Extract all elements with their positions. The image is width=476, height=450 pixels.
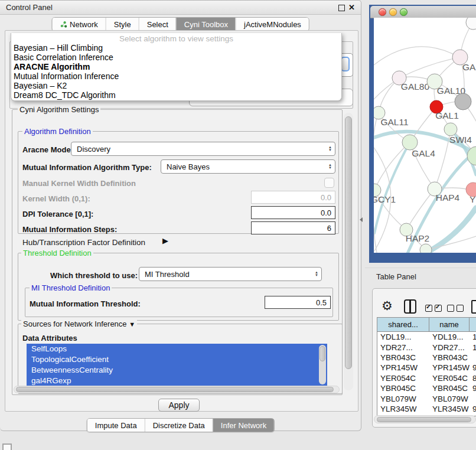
zoom-traffic-light-icon[interactable]: [400, 8, 407, 16]
expand-arrow-icon[interactable]: ▶: [162, 236, 168, 245]
tab-label: Network: [70, 20, 98, 29]
network-edge[interactable]: [425, 208, 476, 253]
tab-label: jActiveMNodules: [244, 20, 301, 29]
network-edge[interactable]: [374, 47, 455, 65]
mi-algorithm-type-select[interactable]: Naive Bayes ▲▼: [161, 159, 335, 174]
network-canvas[interactable]: GALGAL80GAL10GAL1GAL11SWI4GAL4HAP4YGCY1H…: [374, 18, 476, 253]
cell: YDR27...: [377, 343, 429, 352]
table-row[interactable]: YLR345WYLR345W9.: [377, 404, 476, 414]
attribute-item[interactable]: gal4RGexp: [27, 376, 327, 386]
divider-collapse-icon[interactable]: [360, 217, 363, 222]
cell: YLR345W: [429, 405, 470, 413]
network-edge[interactable]: [399, 57, 460, 78]
table-horizontal-scrollbar[interactable]: [374, 415, 476, 423]
scrollbar-thumb[interactable]: [319, 346, 325, 361]
scrollbar-thumb[interactable]: [345, 116, 352, 369]
cell: YDL19...: [377, 332, 429, 341]
kernel-width-field[interactable]: 0.0: [251, 191, 335, 204]
close-traffic-light-icon[interactable]: [379, 8, 386, 16]
algorithm-option[interactable]: Bayesian – Hill Climbing: [11, 43, 341, 53]
tab-jactivemnodules[interactable]: jActiveMNodules: [236, 18, 309, 31]
algorithm-option[interactable]: ARACNE Algorithm: [11, 62, 341, 71]
bottom-tab-infer-network[interactable]: Infer Network: [213, 419, 274, 432]
network-node-gray-node[interactable]: [455, 93, 471, 110]
network-node-label: HAP2: [406, 233, 430, 243]
close-icon[interactable]: ✕: [348, 4, 355, 11]
cell: 9.: [470, 363, 476, 372]
mi-type-label: Mutual Information Algorithm Type:: [22, 163, 152, 172]
apply-button[interactable]: Apply: [158, 399, 200, 412]
table-row[interactable]: YBR043CYBR043C: [377, 353, 476, 363]
network-node-bottom-cut[interactable]: [420, 244, 432, 253]
tab-cyni-toolbox[interactable]: Cyni Toolbox: [176, 18, 236, 31]
table-row[interactable]: YBR045CYBR045C9.: [377, 383, 476, 393]
float-window-icon[interactable]: [338, 5, 345, 11]
settings-group-title: Cyni Algorithm Settings: [18, 105, 100, 114]
algorithm-dropdown-popup: Select algorithm to view settings Bayesi…: [11, 33, 342, 101]
spinner-icon[interactable]: [341, 57, 350, 71]
algorithm-option[interactable]: Mutual Information Inference: [11, 71, 341, 81]
network-node-swi4[interactable]: [444, 123, 457, 136]
network-edge[interactable]: [374, 142, 410, 190]
attribute-item[interactable]: TopologicalCoefficient: [27, 354, 327, 365]
table-row[interactable]: YBL079WYBL079W: [377, 393, 476, 403]
network-node-label: SWI4: [449, 135, 472, 145]
mi-threshold-field[interactable]: 0.5: [265, 296, 331, 309]
control-panel-tabbar: NetworkStyleSelectCyni ToolboxjActiveMNo…: [51, 17, 309, 31]
cell: 9.: [470, 384, 476, 393]
mini-float-icon[interactable]: [2, 444, 12, 450]
attribute-item[interactable]: SelfLoops: [27, 344, 327, 354]
select-all-checkboxes-icon[interactable]: [425, 303, 442, 312]
mi-steps-field[interactable]: 6: [251, 221, 335, 234]
cell: YER054C: [377, 374, 429, 383]
tab-style[interactable]: Style: [106, 18, 139, 31]
cell: YPR145W: [377, 363, 429, 372]
settings-horizontal-scrollbar[interactable]: [14, 386, 340, 393]
algorithm-option[interactable]: Dream8 DC_TDC Algorithm: [11, 90, 341, 100]
manual-kernel-checkbox[interactable]: [324, 178, 334, 188]
scrollbar-thumb[interactable]: [377, 417, 471, 422]
table-row[interactable]: YDL19...YDL19...13: [377, 332, 476, 342]
tab-network[interactable]: Network: [52, 18, 106, 31]
column-header-name[interactable]: name: [429, 318, 470, 332]
algorithm-option[interactable]: Basic Correlation Inference: [11, 53, 341, 62]
cell: YBR045C: [377, 384, 429, 393]
attribute-item[interactable]: BetweennessCentrality: [27, 365, 327, 376]
new-table-icon[interactable]: [471, 300, 476, 314]
cyni-bottom-tabbar: Impute DataDiscretize DataInfer Network: [87, 418, 275, 432]
tab-label: Select: [147, 20, 168, 29]
network-node-label: HAP4: [436, 193, 460, 203]
settings-vertical-scrollbar[interactable]: [344, 113, 353, 390]
cell: 12: [470, 343, 476, 352]
algorithm-option[interactable]: Bayesian – K2: [11, 81, 341, 90]
mi-type-value: Naive Bayes: [167, 162, 210, 171]
aracne-mode-select[interactable]: Discovery ▲▼: [71, 142, 335, 156]
table-row[interactable]: YDR27...YDR27...12: [377, 342, 476, 352]
which-threshold-select[interactable]: MI Threshold ▲▼: [139, 267, 322, 281]
cell: YBR043C: [377, 353, 429, 362]
cell: YBL079W: [429, 394, 470, 403]
table-row[interactable]: YPR145WYPR145W9.: [377, 363, 476, 373]
table-row[interactable]: YER054CYER054C8.: [377, 373, 476, 383]
table-header-row: shared...nameA: [377, 318, 476, 332]
gear-icon[interactable]: ⚙: [382, 299, 393, 313]
collapse-arrow-icon[interactable]: ▼: [129, 321, 135, 328]
minimize-traffic-light-icon[interactable]: [389, 8, 397, 16]
mi-threshold-value: 0.5: [316, 298, 327, 307]
column-header-a[interactable]: A: [470, 318, 476, 332]
network-window-titlebar[interactable]: [370, 6, 476, 18]
tab-select[interactable]: Select: [139, 18, 176, 31]
bottom-tab-discretize-data[interactable]: Discretize Data: [145, 419, 213, 432]
deselect-all-checkboxes-icon[interactable]: [447, 303, 464, 312]
dpi-tolerance-value: 0.0: [321, 208, 331, 217]
data-attributes-label: Data Attributes: [22, 334, 77, 343]
cell: YBL079W: [377, 394, 429, 403]
network-node-top-cut[interactable]: [466, 18, 476, 30]
kernel-width-label: Kernel Width (0,1):: [22, 194, 90, 203]
column-layout-icon[interactable]: [404, 299, 416, 314]
bottom-tab-impute-data[interactable]: Impute Data: [87, 419, 145, 432]
dpi-tolerance-field[interactable]: 0.0: [251, 206, 335, 219]
attribute-list-scrollbar[interactable]: [319, 345, 326, 384]
column-header-shared[interactable]: shared...: [377, 318, 429, 332]
scrollbar-thumb[interactable]: [16, 387, 334, 392]
